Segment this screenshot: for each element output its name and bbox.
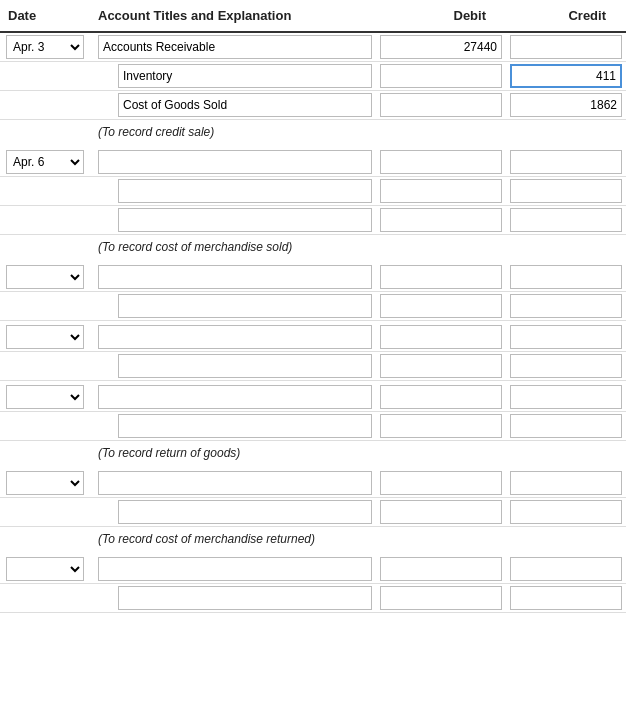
- credit-input-3-2[interactable]: [510, 294, 622, 318]
- date-cell[interactable]: Apr. 6: [0, 148, 90, 176]
- debit-input-7-1[interactable]: [380, 557, 502, 581]
- credit-cell[interactable]: [506, 412, 626, 440]
- credit-input-1-1[interactable]: [510, 35, 622, 59]
- account-input-1-2[interactable]: [118, 64, 372, 88]
- account-input-7-1[interactable]: [98, 557, 372, 581]
- credit-cell[interactable]: [506, 352, 626, 380]
- credit-cell[interactable]: [506, 498, 626, 526]
- debit-input-7-2[interactable]: [380, 586, 502, 610]
- debit-cell[interactable]: [376, 206, 506, 234]
- date-select-5[interactable]: [6, 385, 84, 409]
- debit-cell[interactable]: [376, 323, 506, 351]
- credit-input-5-1[interactable]: [510, 385, 622, 409]
- credit-cell[interactable]: [506, 292, 626, 320]
- debit-input-3-2[interactable]: [380, 294, 502, 318]
- account-input-5-1[interactable]: [98, 385, 372, 409]
- account-input-5-2[interactable]: [118, 414, 372, 438]
- debit-input-5-1[interactable]: [380, 385, 502, 409]
- account-cell[interactable]: [90, 352, 376, 380]
- account-cell[interactable]: [90, 177, 376, 205]
- credit-input-2-3[interactable]: [510, 208, 622, 232]
- debit-input-4-2[interactable]: [380, 354, 502, 378]
- credit-input-1-3[interactable]: [510, 93, 622, 117]
- credit-cell[interactable]: [506, 323, 626, 351]
- credit-cell[interactable]: [506, 62, 626, 90]
- debit-input-3-1[interactable]: [380, 265, 502, 289]
- account-cell[interactable]: [90, 469, 376, 497]
- credit-input-4-2[interactable]: [510, 354, 622, 378]
- credit-input-4-1[interactable]: [510, 325, 622, 349]
- debit-cell[interactable]: [376, 352, 506, 380]
- account-input-2-1[interactable]: [98, 150, 372, 174]
- credit-input-2-2[interactable]: [510, 179, 622, 203]
- account-cell[interactable]: [90, 323, 376, 351]
- account-cell[interactable]: [90, 555, 376, 583]
- account-input-4-1[interactable]: [98, 325, 372, 349]
- credit-input-2-1[interactable]: [510, 150, 622, 174]
- debit-input-4-1[interactable]: [380, 325, 502, 349]
- date-select-4[interactable]: [6, 325, 84, 349]
- account-cell[interactable]: [90, 148, 376, 176]
- debit-cell[interactable]: [376, 498, 506, 526]
- credit-input-6-2[interactable]: [510, 500, 622, 524]
- credit-input-1-2[interactable]: [510, 64, 622, 88]
- account-input-1-3[interactable]: [118, 93, 372, 117]
- credit-cell[interactable]: [506, 584, 626, 612]
- date-select-3[interactable]: [6, 265, 84, 289]
- debit-cell[interactable]: [376, 62, 506, 90]
- credit-input-7-2[interactable]: [510, 586, 622, 610]
- debit-cell[interactable]: [376, 383, 506, 411]
- credit-input-6-1[interactable]: [510, 471, 622, 495]
- account-cell[interactable]: [90, 263, 376, 291]
- date-select-1[interactable]: Apr. 3: [6, 35, 84, 59]
- debit-input-2-1[interactable]: [380, 150, 502, 174]
- credit-cell[interactable]: [506, 206, 626, 234]
- credit-cell[interactable]: [506, 91, 626, 119]
- account-cell[interactable]: [90, 383, 376, 411]
- date-cell[interactable]: Apr. 3: [0, 33, 90, 61]
- credit-cell[interactable]: [506, 263, 626, 291]
- account-input-7-2[interactable]: [118, 586, 372, 610]
- account-input-3-2[interactable]: [118, 294, 372, 318]
- debit-cell[interactable]: [376, 555, 506, 583]
- credit-cell[interactable]: [506, 33, 626, 61]
- debit-input-2-3[interactable]: [380, 208, 502, 232]
- credit-cell[interactable]: [506, 383, 626, 411]
- date-cell[interactable]: [0, 263, 90, 291]
- date-cell[interactable]: [0, 323, 90, 351]
- debit-cell[interactable]: [376, 584, 506, 612]
- account-cell[interactable]: [90, 412, 376, 440]
- date-select-6[interactable]: [6, 471, 84, 495]
- account-input-4-2[interactable]: [118, 354, 372, 378]
- debit-cell[interactable]: [376, 292, 506, 320]
- debit-input-6-2[interactable]: [380, 500, 502, 524]
- debit-input-2-2[interactable]: [380, 179, 502, 203]
- account-input-1-1[interactable]: [98, 35, 372, 59]
- account-cell[interactable]: [90, 292, 376, 320]
- date-cell[interactable]: [0, 555, 90, 583]
- credit-cell[interactable]: [506, 469, 626, 497]
- date-cell[interactable]: [0, 469, 90, 497]
- credit-cell[interactable]: [506, 148, 626, 176]
- credit-input-3-1[interactable]: [510, 265, 622, 289]
- debit-cell[interactable]: [376, 177, 506, 205]
- credit-cell[interactable]: [506, 177, 626, 205]
- account-input-6-2[interactable]: [118, 500, 372, 524]
- account-input-6-1[interactable]: [98, 471, 372, 495]
- credit-cell[interactable]: [506, 555, 626, 583]
- account-input-2-2[interactable]: [118, 179, 372, 203]
- account-cell[interactable]: [90, 584, 376, 612]
- debit-cell[interactable]: [376, 91, 506, 119]
- account-cell[interactable]: [90, 33, 376, 61]
- account-cell[interactable]: [90, 498, 376, 526]
- date-select-7[interactable]: [6, 557, 84, 581]
- account-input-2-3[interactable]: [118, 208, 372, 232]
- debit-cell[interactable]: [376, 263, 506, 291]
- account-input-3-1[interactable]: [98, 265, 372, 289]
- debit-cell[interactable]: [376, 469, 506, 497]
- debit-input-1-2[interactable]: [380, 64, 502, 88]
- account-cell[interactable]: [90, 206, 376, 234]
- account-cell[interactable]: [90, 91, 376, 119]
- debit-cell[interactable]: [376, 412, 506, 440]
- debit-input-1-3[interactable]: [380, 93, 502, 117]
